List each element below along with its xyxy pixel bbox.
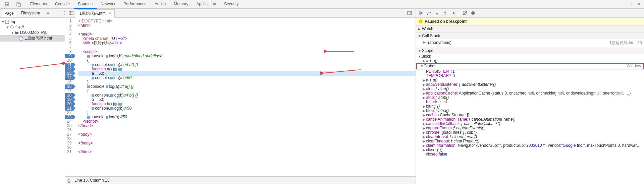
page-tab[interactable]: Page [2,10,16,17]
scope-section[interactable]: ▼Scope [416,47,644,54]
svg-rect-6 [408,11,412,15]
scope-row[interactable]: ▶alert: ƒ alert() [416,87,644,91]
code-line[interactable]: console.log(a);//50 [78,76,416,80]
code-line[interactable]: console.log(a,b);//undefined undefined [78,54,416,58]
tab-security[interactable]: Security [220,0,243,9]
line-number[interactable]: 31 [65,150,73,154]
step-over-icon[interactable] [425,9,433,17]
code-line[interactable]: </script> [78,119,416,124]
code-line[interactable]: console.log(b);//f b() {} [78,93,416,98]
tab-elements[interactable]: Elements [26,0,51,9]
scope-row[interactable]: ▶blur: ƒ () [416,104,644,109]
scope-row[interactable]: ▶clearInterval: ƒ clearInterval() [416,135,644,139]
code-line[interactable]: console.log(b);//50 [78,115,416,119]
code-line[interactable]: <head> [78,32,416,37]
scope-row[interactable]: ▶btoa: ƒ btoa() [416,109,644,113]
code-line[interactable]: <title>原始代码</title> [78,41,416,45]
scope-row[interactable]: ▶cancelAnimationFrame: ƒ cancelAnimation… [416,117,644,122]
code-line[interactable]: </html> [78,150,416,154]
call-frame[interactable]: ➤ (anonymous) 1原始代码.html:13 [416,39,644,47]
code-line[interactable]: </head> [78,124,416,128]
scope-row[interactable]: b: undefined [416,100,644,104]
scope-row[interactable]: ▶a: ƒ a() [416,59,644,63]
scope-row[interactable]: ▶caches: CacheStorage {} [416,113,644,117]
tab-application[interactable]: Application [193,0,220,9]
inspect-icon[interactable] [5,2,10,7]
tab-network[interactable]: Network [97,0,119,9]
code-line[interactable]: b = 50; [78,98,416,102]
chevron-right-icon[interactable]: » [45,10,51,16]
scope-row[interactable]: ▶a: ƒ a() [416,78,644,82]
pause-exceptions-icon[interactable] [469,9,477,17]
file-tab[interactable]: 1原始代码.html × [76,9,115,18]
scope-row[interactable]: PERSISTENT: 1 [416,69,644,74]
deactivate-breakpoints-icon[interactable] [461,9,469,17]
code-line[interactable]: <body> [78,132,416,137]
line-number[interactable]: 9 [65,54,73,58]
code-editor[interactable]: 1234567891011121314151617181920212223242… [65,18,416,176]
file-tree[interactable]: ▼top▼file://▼D:/00.Mobile/js1原始代码.html [0,18,65,184]
scope-row[interactable]: ▶clearTimeout: ƒ clearTimeout() [416,139,644,143]
close-icon[interactable]: × [109,11,111,16]
code-line[interactable] [78,28,416,32]
code-line[interactable]: </body> [78,141,416,145]
scope-tree[interactable]: ▼Block▶a: ƒ a()▼GlobalWindowPERSISTENT: … [416,54,644,184]
scope-row[interactable]: ▶close: ƒ () [416,148,644,152]
scope-row[interactable]: ▶applicationCache: ApplicationCache {sta… [416,91,644,96]
svg-rect-3 [5,20,9,23]
device-icon[interactable] [16,2,21,7]
resume-icon[interactable] [417,9,425,17]
callstack-section[interactable]: ▼Call Stack [416,33,644,39]
scope-row[interactable]: TEMPORARY: 0 [416,74,644,78]
tab-performance[interactable]: Performance [119,0,151,9]
watch-section[interactable]: ▶Watch [416,25,644,32]
scope-global[interactable]: ▼GlobalWindow [416,63,644,69]
line-number[interactable]: 16 [65,84,73,89]
folder-icon [14,30,19,35]
step-icon[interactable] [449,9,457,17]
close-devtools-icon[interactable]: ✕ [637,2,641,7]
tree-item[interactable]: 1原始代码.html [0,35,65,42]
tree-item[interactable]: ▼D:/00.Mobile/js [0,30,65,35]
step-into-icon[interactable] [433,9,441,17]
code-line[interactable] [78,128,416,132]
tab-memory[interactable]: Memory [170,0,192,9]
toggle-navigator-icon[interactable] [68,10,74,16]
code-line[interactable] [78,45,416,50]
scope-row[interactable]: ▶cancelIdleCallback: ƒ cancelIdleCallbac… [416,122,644,126]
code-line[interactable]: function a() {}; [78,67,416,71]
cloud-icon [9,25,14,29]
scope-row[interactable]: ▶addEventListener: ƒ addEventListener() [416,82,644,87]
tab-audits[interactable]: Audits [151,0,170,9]
tab-sources[interactable]: Sources [74,0,97,9]
scope-row[interactable]: ▶chrome: {loadTimes: ƒ, csi: ƒ} [416,130,644,135]
line-number[interactable]: 23 [65,115,73,119]
scope-block[interactable]: ▼Block [416,54,644,59]
code-line[interactable]: console.log(b);//50 [78,106,416,111]
code-line[interactable]: console.log(a);//f a() {} [78,63,416,67]
toggle-debugger-icon[interactable] [407,10,412,16]
tab-console[interactable]: Console [51,0,74,9]
code-line[interactable] [78,145,416,150]
scope-row[interactable]: ▶captureEvents: ƒ captureEvents() [416,126,644,130]
more-icon[interactable]: ⋮ [629,1,635,7]
code-line[interactable]: console.log(a);//f a() {} [78,84,416,89]
code-line[interactable]: <meta charset="UTF-8"> [78,37,416,41]
svg-point-10 [445,14,446,15]
code-line[interactable]: <html> [78,23,416,28]
line-number[interactable]: 14 [65,76,73,80]
code-line[interactable]: } [78,111,416,115]
tree-item[interactable]: ▼file:// [0,24,65,30]
step-out-icon[interactable] [441,9,449,17]
scope-row[interactable]: closed: false [416,152,644,157]
filesystem-tab[interactable]: Filesystem [19,10,42,16]
file-tab-label: 1原始代码.html [79,11,107,16]
line-number[interactable]: 21 [65,106,73,111]
code-line[interactable] [78,137,416,141]
scope-row[interactable]: ▶atob: ƒ atob() [416,96,644,100]
tree-item[interactable]: ▼top [0,19,65,24]
scope-row[interactable]: ▶clientInformation: Navigator {vendorSub… [416,143,644,148]
devtools-tabbar: ElementsConsoleSourcesNetworkPerformance… [0,0,644,9]
code-line[interactable]: <!DOCTYPE html> [78,19,416,23]
pretty-print-icon[interactable]: {} [68,178,70,183]
